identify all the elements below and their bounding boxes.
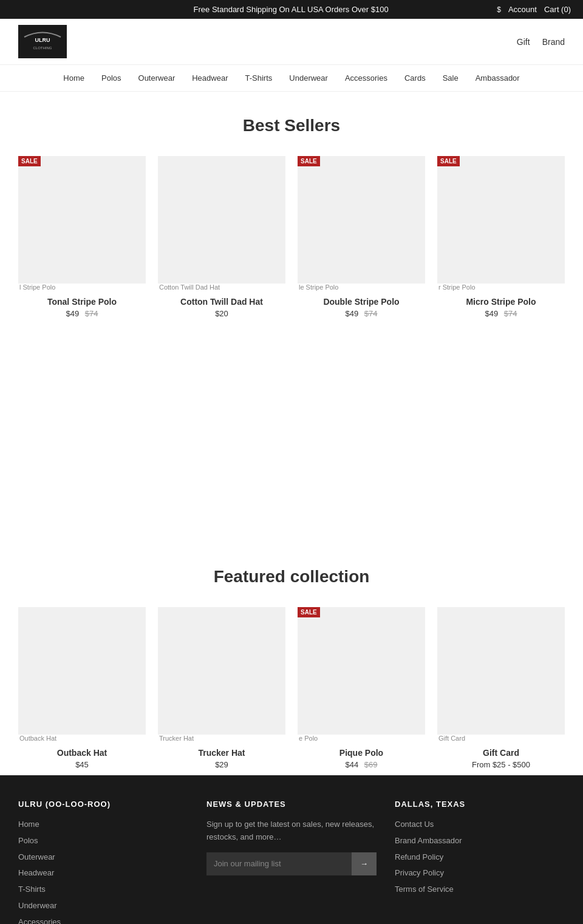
price-original: $69	[364, 760, 378, 769]
product-price: $49 $74	[298, 309, 425, 318]
product-image: SALE	[298, 156, 425, 284]
logo-svg: ULRU CLOTHING	[18, 25, 67, 58]
footer-link-headwear[interactable]: Headwear	[18, 867, 188, 880]
footer: ULRU (OO-LOO-ROO) Home Polos Outerwear H…	[0, 775, 583, 924]
footer-privacy-link[interactable]: Privacy Policy	[395, 867, 565, 880]
product-card[interactable]: SALE le Stripe Polo Double Stripe Polo $…	[292, 150, 431, 324]
sale-badge: SALE	[437, 156, 460, 166]
price-sale: $29	[215, 760, 228, 769]
product-price: $29	[158, 760, 285, 769]
price-original: $74	[364, 309, 378, 318]
product-card[interactable]: Gift Card Gift Card From $25 - $500	[431, 601, 571, 775]
gift-link[interactable]: Gift	[517, 37, 530, 47]
mailing-submit-button[interactable]: →	[352, 852, 377, 875]
product-label: r Stripe Polo	[437, 284, 565, 291]
nav-ambassador[interactable]: Ambassador	[476, 73, 520, 83]
footer-contact-link[interactable]: Contact Us	[395, 818, 565, 831]
product-image	[158, 156, 285, 284]
footer-col-news: NEWS & UPDATES Sign up to get the latest…	[206, 800, 377, 924]
footer-link-home[interactable]: Home	[18, 818, 188, 831]
product-card[interactable]: Outback Hat Outback Hat $45	[12, 601, 152, 775]
product-name: Cotton Twill Dad Hat	[158, 297, 285, 307]
cart-link[interactable]: Cart (0)	[544, 5, 571, 14]
logo[interactable]: ULRU CLOTHING	[18, 25, 67, 58]
product-price: $44 $69	[298, 760, 425, 769]
nav-polos[interactable]: Polos	[101, 73, 121, 83]
nav-cards[interactable]: Cards	[404, 73, 426, 83]
product-label: e Polo	[298, 735, 425, 742]
price-sale: $49	[66, 309, 79, 318]
nav-outerwear[interactable]: Outerwear	[138, 73, 176, 83]
footer-refund-link[interactable]: Refund Policy	[395, 851, 565, 864]
product-image: SALE	[18, 156, 146, 284]
top-banner: Free Standard Shipping On ALL USA Orders…	[0, 0, 583, 19]
nav-underwear[interactable]: Underwear	[289, 73, 328, 83]
price-sale: $49	[345, 309, 358, 318]
footer-terms-link[interactable]: Terms of Service	[395, 883, 565, 896]
product-price: From $25 - $500	[437, 760, 565, 769]
nav-accessories[interactable]: Accessories	[345, 73, 387, 83]
product-card[interactable]: Cotton Twill Dad Hat Cotton Twill Dad Ha…	[152, 150, 292, 324]
footer-col-brand: ULRU (OO-LOO-ROO) Home Polos Outerwear H…	[18, 800, 188, 924]
mailing-input[interactable]	[206, 852, 352, 875]
product-card[interactable]: SALE l Stripe Polo Tonal Stripe Polo $49…	[12, 150, 152, 324]
nav-home[interactable]: Home	[63, 73, 84, 83]
product-image: SALE	[437, 156, 565, 284]
price-original: $74	[85, 309, 98, 318]
product-label: Outback Hat	[18, 735, 146, 742]
product-name: Outback Hat	[18, 748, 146, 758]
product-image	[437, 607, 565, 735]
footer-news-title: NEWS & UPDATES	[206, 800, 377, 809]
product-name: Tonal Stripe Polo	[18, 297, 146, 307]
featured-collection-title: Featured collection	[0, 567, 583, 586]
footer-dallas-title: DALLAS, TEXAS	[395, 800, 565, 809]
price-sale: $49	[485, 309, 498, 318]
large-spacer	[0, 324, 583, 543]
product-image	[158, 607, 285, 735]
nav-sale[interactable]: Sale	[443, 73, 459, 83]
product-name: Double Stripe Polo	[298, 297, 425, 307]
product-name: Gift Card	[437, 748, 565, 758]
price-sale: $45	[75, 760, 89, 769]
product-name: Trucker Hat	[158, 748, 285, 758]
product-card[interactable]: SALE r Stripe Polo Micro Stripe Polo $49…	[431, 150, 571, 324]
footer-col-dallas: DALLAS, TEXAS Contact Us Brand Ambassado…	[395, 800, 565, 924]
price-sale: $44	[345, 760, 358, 769]
product-name: Pique Polo	[298, 748, 425, 758]
footer-link-accessories[interactable]: Accessories	[18, 916, 188, 924]
best-sellers-grid: SALE l Stripe Polo Tonal Stripe Polo $49…	[0, 150, 583, 324]
nav-headwear[interactable]: Headwear	[192, 73, 228, 83]
svg-text:ULRU: ULRU	[35, 37, 50, 43]
product-label: l Stripe Polo	[18, 284, 146, 291]
footer-link-outerwear[interactable]: Outerwear	[18, 851, 188, 864]
footer-top: ULRU (OO-LOO-ROO) Home Polos Outerwear H…	[18, 800, 565, 924]
brand-link[interactable]: Brand	[542, 37, 565, 47]
banner-right: $ Account Cart (0)	[497, 5, 571, 14]
sale-badge: SALE	[298, 607, 320, 617]
main-nav: Home Polos Outerwear Headwear T-Shirts U…	[0, 65, 583, 92]
account-link[interactable]: Account	[508, 5, 537, 14]
header: ULRU CLOTHING Gift Brand	[0, 19, 583, 65]
product-price: $20	[158, 309, 285, 318]
featured-collection-grid: Outback Hat Outback Hat $45 Trucker Hat …	[0, 601, 583, 775]
currency-icon: $	[497, 5, 501, 14]
nav-tshirts[interactable]: T-Shirts	[245, 73, 273, 83]
product-price: $49 $74	[437, 309, 565, 318]
price-sale: From $25 - $500	[472, 760, 530, 769]
footer-link-tshirts[interactable]: T-Shirts	[18, 883, 188, 896]
footer-link-polos[interactable]: Polos	[18, 835, 188, 848]
footer-link-underwear[interactable]: Underwear	[18, 900, 188, 912]
product-price: $49 $74	[18, 309, 146, 318]
product-card[interactable]: Trucker Hat Trucker Hat $29	[152, 601, 292, 775]
footer-brand-title: ULRU (OO-LOO-ROO)	[18, 800, 188, 809]
best-sellers-title: Best Sellers	[0, 116, 583, 135]
mailing-form: →	[206, 852, 377, 875]
product-image: SALE	[298, 607, 425, 735]
header-right: Gift Brand	[517, 37, 565, 47]
product-label: le Stripe Polo	[298, 284, 425, 291]
footer-brand-ambassador-link[interactable]: Brand Ambassador	[395, 835, 565, 848]
product-card[interactable]: SALE e Polo Pique Polo $44 $69	[292, 601, 431, 775]
svg-text:CLOTHING: CLOTHING	[33, 46, 52, 50]
footer-news-desc: Sign up to get the latest on sales, new …	[206, 818, 377, 844]
product-label: Gift Card	[437, 735, 565, 742]
